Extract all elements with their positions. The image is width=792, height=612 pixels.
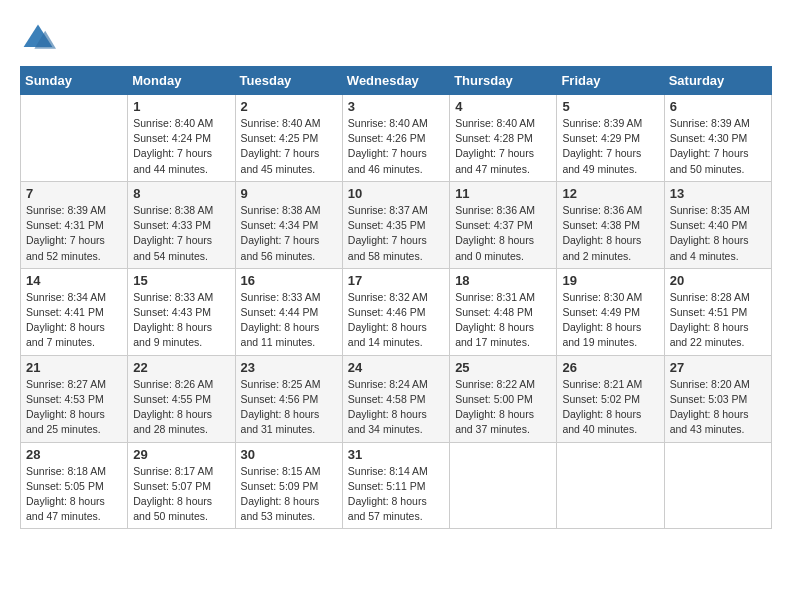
sunrise-text: Sunrise: 8:17 AM <box>133 465 213 477</box>
sunset-text: Sunset: 4:37 PM <box>455 219 533 231</box>
calendar-cell: 12 Sunrise: 8:36 AM Sunset: 4:38 PM Dayl… <box>557 181 664 268</box>
sunrise-text: Sunrise: 8:36 AM <box>455 204 535 216</box>
day-number: 4 <box>455 99 551 114</box>
day-detail: Sunrise: 8:26 AM Sunset: 4:55 PM Dayligh… <box>133 377 229 438</box>
day-number: 13 <box>670 186 766 201</box>
day-number: 12 <box>562 186 658 201</box>
calendar-cell: 27 Sunrise: 8:20 AM Sunset: 5:03 PM Dayl… <box>664 355 771 442</box>
sunset-text: Sunset: 4:35 PM <box>348 219 426 231</box>
day-number: 16 <box>241 273 337 288</box>
daylight-text: Daylight: 8 hours and 47 minutes. <box>26 495 105 522</box>
daylight-text: Daylight: 8 hours and 2 minutes. <box>562 234 641 261</box>
day-detail: Sunrise: 8:20 AM Sunset: 5:03 PM Dayligh… <box>670 377 766 438</box>
sunset-text: Sunset: 4:38 PM <box>562 219 640 231</box>
day-number: 21 <box>26 360 122 375</box>
day-number: 25 <box>455 360 551 375</box>
day-detail: Sunrise: 8:40 AM Sunset: 4:24 PM Dayligh… <box>133 116 229 177</box>
daylight-text: Daylight: 7 hours and 50 minutes. <box>670 147 749 174</box>
sunrise-text: Sunrise: 8:40 AM <box>348 117 428 129</box>
logo <box>20 20 60 56</box>
day-number: 7 <box>26 186 122 201</box>
calendar-cell <box>21 95 128 182</box>
day-detail: Sunrise: 8:36 AM Sunset: 4:37 PM Dayligh… <box>455 203 551 264</box>
sunrise-text: Sunrise: 8:40 AM <box>133 117 213 129</box>
daylight-text: Daylight: 8 hours and 17 minutes. <box>455 321 534 348</box>
calendar-cell: 25 Sunrise: 8:22 AM Sunset: 5:00 PM Dayl… <box>450 355 557 442</box>
calendar-cell: 18 Sunrise: 8:31 AM Sunset: 4:48 PM Dayl… <box>450 268 557 355</box>
sunset-text: Sunset: 4:41 PM <box>26 306 104 318</box>
calendar-header-row: SundayMondayTuesdayWednesdayThursdayFrid… <box>21 67 772 95</box>
daylight-text: Daylight: 8 hours and 28 minutes. <box>133 408 212 435</box>
day-detail: Sunrise: 8:28 AM Sunset: 4:51 PM Dayligh… <box>670 290 766 351</box>
daylight-text: Daylight: 7 hours and 47 minutes. <box>455 147 534 174</box>
sunset-text: Sunset: 5:02 PM <box>562 393 640 405</box>
day-number: 6 <box>670 99 766 114</box>
daylight-text: Daylight: 8 hours and 31 minutes. <box>241 408 320 435</box>
daylight-text: Daylight: 8 hours and 19 minutes. <box>562 321 641 348</box>
calendar-week-row: 28 Sunrise: 8:18 AM Sunset: 5:05 PM Dayl… <box>21 442 772 529</box>
day-number: 14 <box>26 273 122 288</box>
day-detail: Sunrise: 8:32 AM Sunset: 4:46 PM Dayligh… <box>348 290 444 351</box>
daylight-text: Daylight: 8 hours and 14 minutes. <box>348 321 427 348</box>
day-detail: Sunrise: 8:39 AM Sunset: 4:31 PM Dayligh… <box>26 203 122 264</box>
day-number: 22 <box>133 360 229 375</box>
day-detail: Sunrise: 8:37 AM Sunset: 4:35 PM Dayligh… <box>348 203 444 264</box>
calendar-cell: 1 Sunrise: 8:40 AM Sunset: 4:24 PM Dayli… <box>128 95 235 182</box>
calendar-cell: 22 Sunrise: 8:26 AM Sunset: 4:55 PM Dayl… <box>128 355 235 442</box>
sunset-text: Sunset: 4:25 PM <box>241 132 319 144</box>
calendar-cell: 20 Sunrise: 8:28 AM Sunset: 4:51 PM Dayl… <box>664 268 771 355</box>
sunset-text: Sunset: 4:40 PM <box>670 219 748 231</box>
day-detail: Sunrise: 8:39 AM Sunset: 4:30 PM Dayligh… <box>670 116 766 177</box>
calendar-cell: 23 Sunrise: 8:25 AM Sunset: 4:56 PM Dayl… <box>235 355 342 442</box>
day-detail: Sunrise: 8:39 AM Sunset: 4:29 PM Dayligh… <box>562 116 658 177</box>
sunset-text: Sunset: 4:48 PM <box>455 306 533 318</box>
sunrise-text: Sunrise: 8:22 AM <box>455 378 535 390</box>
day-number: 2 <box>241 99 337 114</box>
logo-icon <box>20 20 56 56</box>
day-number: 3 <box>348 99 444 114</box>
day-detail: Sunrise: 8:36 AM Sunset: 4:38 PM Dayligh… <box>562 203 658 264</box>
daylight-text: Daylight: 8 hours and 0 minutes. <box>455 234 534 261</box>
day-number: 24 <box>348 360 444 375</box>
day-detail: Sunrise: 8:17 AM Sunset: 5:07 PM Dayligh… <box>133 464 229 525</box>
daylight-text: Daylight: 7 hours and 44 minutes. <box>133 147 212 174</box>
sunrise-text: Sunrise: 8:32 AM <box>348 291 428 303</box>
calendar-cell: 24 Sunrise: 8:24 AM Sunset: 4:58 PM Dayl… <box>342 355 449 442</box>
sunrise-text: Sunrise: 8:38 AM <box>241 204 321 216</box>
day-detail: Sunrise: 8:31 AM Sunset: 4:48 PM Dayligh… <box>455 290 551 351</box>
sunset-text: Sunset: 4:44 PM <box>241 306 319 318</box>
calendar-cell: 9 Sunrise: 8:38 AM Sunset: 4:34 PM Dayli… <box>235 181 342 268</box>
calendar-week-row: 7 Sunrise: 8:39 AM Sunset: 4:31 PM Dayli… <box>21 181 772 268</box>
day-number: 1 <box>133 99 229 114</box>
day-number: 11 <box>455 186 551 201</box>
day-number: 30 <box>241 447 337 462</box>
daylight-text: Daylight: 8 hours and 9 minutes. <box>133 321 212 348</box>
sunrise-text: Sunrise: 8:18 AM <box>26 465 106 477</box>
sunrise-text: Sunrise: 8:30 AM <box>562 291 642 303</box>
sunset-text: Sunset: 5:00 PM <box>455 393 533 405</box>
day-detail: Sunrise: 8:34 AM Sunset: 4:41 PM Dayligh… <box>26 290 122 351</box>
sunset-text: Sunset: 4:55 PM <box>133 393 211 405</box>
sunrise-text: Sunrise: 8:34 AM <box>26 291 106 303</box>
daylight-text: Daylight: 7 hours and 49 minutes. <box>562 147 641 174</box>
col-header-tuesday: Tuesday <box>235 67 342 95</box>
sunset-text: Sunset: 4:28 PM <box>455 132 533 144</box>
day-detail: Sunrise: 8:40 AM Sunset: 4:28 PM Dayligh… <box>455 116 551 177</box>
sunset-text: Sunset: 4:51 PM <box>670 306 748 318</box>
sunrise-text: Sunrise: 8:27 AM <box>26 378 106 390</box>
sunset-text: Sunset: 5:09 PM <box>241 480 319 492</box>
calendar-week-row: 14 Sunrise: 8:34 AM Sunset: 4:41 PM Dayl… <box>21 268 772 355</box>
col-header-thursday: Thursday <box>450 67 557 95</box>
day-detail: Sunrise: 8:18 AM Sunset: 5:05 PM Dayligh… <box>26 464 122 525</box>
sunrise-text: Sunrise: 8:39 AM <box>562 117 642 129</box>
calendar-cell: 31 Sunrise: 8:14 AM Sunset: 5:11 PM Dayl… <box>342 442 449 529</box>
sunset-text: Sunset: 5:05 PM <box>26 480 104 492</box>
sunrise-text: Sunrise: 8:14 AM <box>348 465 428 477</box>
calendar-cell: 17 Sunrise: 8:32 AM Sunset: 4:46 PM Dayl… <box>342 268 449 355</box>
calendar-cell: 29 Sunrise: 8:17 AM Sunset: 5:07 PM Dayl… <box>128 442 235 529</box>
day-detail: Sunrise: 8:35 AM Sunset: 4:40 PM Dayligh… <box>670 203 766 264</box>
sunset-text: Sunset: 4:46 PM <box>348 306 426 318</box>
sunset-text: Sunset: 4:49 PM <box>562 306 640 318</box>
sunrise-text: Sunrise: 8:39 AM <box>670 117 750 129</box>
calendar-cell: 5 Sunrise: 8:39 AM Sunset: 4:29 PM Dayli… <box>557 95 664 182</box>
